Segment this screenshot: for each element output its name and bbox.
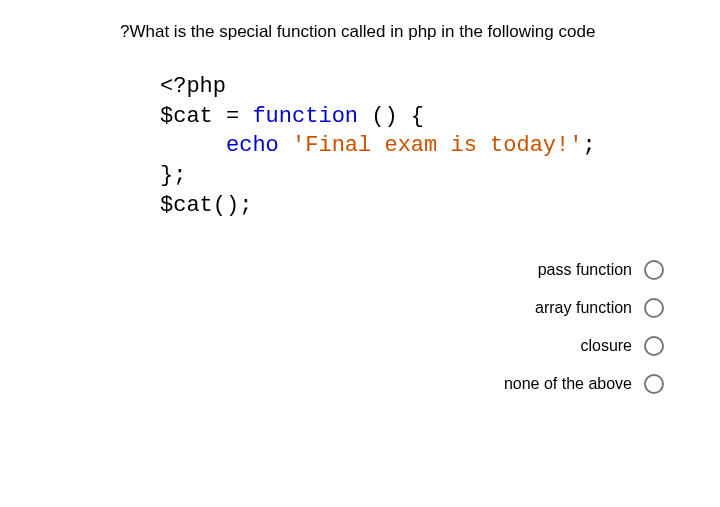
code-close-brace: }; <box>160 163 186 188</box>
code-block: <?php $cat = function () { echo 'Final e… <box>30 72 690 220</box>
option-row[interactable]: pass function <box>30 260 664 280</box>
option-label: array function <box>535 299 632 317</box>
code-call: (); <box>213 193 253 218</box>
code-space <box>279 133 292 158</box>
code-paren-brace: () { <box>358 104 424 129</box>
radio-icon[interactable] <box>644 260 664 280</box>
code-eq: = <box>213 104 253 129</box>
options-list: pass function array function closure non… <box>30 260 690 394</box>
code-string: 'Final exam is today!' <box>292 133 582 158</box>
radio-icon[interactable] <box>644 374 664 394</box>
code-php-open: <?php <box>160 74 226 99</box>
option-row[interactable]: none of the above <box>30 374 664 394</box>
code-indent <box>160 133 226 158</box>
option-label: none of the above <box>504 375 632 393</box>
code-semi: ; <box>582 133 595 158</box>
radio-icon[interactable] <box>644 336 664 356</box>
code-var-cat-call: $cat <box>160 193 213 218</box>
question-text: ?What is the special function called in … <box>30 22 690 42</box>
option-row[interactable]: closure <box>30 336 664 356</box>
code-var-cat: $cat <box>160 104 213 129</box>
option-label: pass function <box>538 261 632 279</box>
code-kw-function: function <box>252 104 358 129</box>
option-row[interactable]: array function <box>30 298 664 318</box>
option-label: closure <box>580 337 632 355</box>
code-kw-echo: echo <box>226 133 279 158</box>
radio-icon[interactable] <box>644 298 664 318</box>
